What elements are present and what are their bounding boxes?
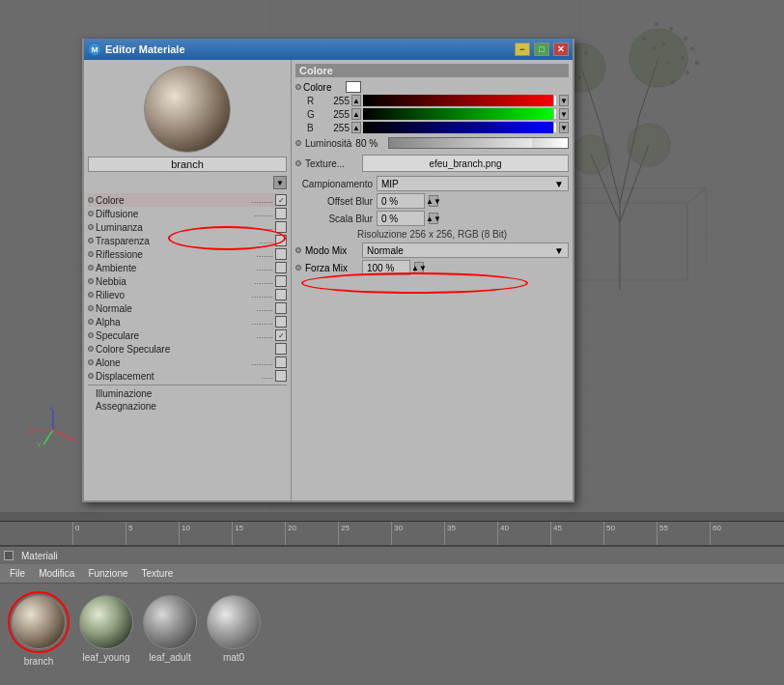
svg-point-20 — [585, 52, 588, 55]
prop-illuminazione[interactable]: Illuminazione — [88, 387, 287, 400]
channel-r-spinup[interactable]: ▲ — [351, 95, 361, 106]
svg-point-29 — [672, 81, 675, 84]
svg-point-16 — [630, 29, 687, 87]
texture-row: Texture... efeu_branch.png — [295, 155, 569, 172]
prop-trasparenza[interactable]: Trasparenza ...... — [88, 234, 287, 247]
channel-r-slider[interactable] — [363, 95, 557, 106]
channel-b-slider[interactable] — [363, 122, 557, 133]
prop-alpha[interactable]: Alpha ......... — [88, 315, 287, 328]
material-name-field[interactable]: branch — [88, 157, 287, 172]
material-preview-ball — [144, 66, 231, 153]
forza-mix-spin[interactable]: ▲▼ — [414, 262, 424, 273]
color-swatch[interactable] — [346, 81, 361, 93]
prop-check-colore[interactable] — [275, 194, 287, 206]
section-header-colore: Colore — [295, 64, 569, 77]
panel-expand-btn[interactable]: ▼ — [273, 176, 287, 189]
svg-point-30 — [691, 47, 694, 50]
material-ball-branch[interactable]: branch — [8, 591, 70, 667]
material-ball-leaf-young[interactable]: leaf_young — [79, 595, 133, 663]
forza-mix-value[interactable]: 100 % — [362, 260, 410, 275]
editor-body: branch ▼ Colore ......... Diffusione ...… — [84, 60, 573, 500]
offset-blur-row: Offset Blur 0 % ▲▼ — [295, 193, 569, 209]
channel-g-spinup[interactable]: ▲ — [351, 108, 361, 120]
channel-g-row: G 255 ▲ ▼ — [295, 108, 569, 120]
ball-preview-leaf-adult — [143, 595, 197, 649]
scala-blur-spin[interactable]: ▲▼ — [429, 213, 438, 224]
scala-blur-value[interactable]: 0 % — [377, 211, 425, 226]
menu-file[interactable]: File — [4, 567, 31, 580]
materiali-label: Materiali — [21, 551, 58, 561]
campionamento-label: Campionamento — [295, 179, 373, 189]
modo-mix-row: Modo Mix Normale ▼ — [295, 243, 569, 258]
channel-b-spindown[interactable]: ▼ — [559, 122, 569, 133]
prop-luminanza[interactable]: Luminanza ....... — [88, 220, 287, 234]
material-ball-leaf-adult[interactable]: leaf_adult — [143, 595, 197, 663]
prop-check-diffusione[interactable] — [275, 208, 287, 219]
panel-buttons: ▼ — [88, 176, 287, 189]
prop-normale[interactable]: Normale ....... — [88, 301, 287, 315]
prop-assegnazione[interactable]: Assegnazione — [88, 400, 287, 413]
prop-colore[interactable]: Colore ......... — [88, 193, 287, 207]
prop-nebbia[interactable]: Nebbia ........ — [88, 274, 287, 288]
offset-blur-spin[interactable]: ▲▼ — [429, 195, 438, 207]
svg-point-24 — [667, 62, 670, 65]
channel-r-spindown[interactable]: ▼ — [559, 95, 569, 106]
svg-point-23 — [653, 47, 656, 50]
prop-diffusione[interactable]: Diffusione ........ — [88, 207, 287, 220]
ball-label-branch: branch — [24, 656, 54, 667]
forza-mix-row: Forza Mix 100 % ▲▼ — [295, 260, 569, 275]
left-panel: branch ▼ Colore ......... Diffusione ...… — [84, 60, 292, 500]
svg-point-18 — [628, 124, 670, 166]
campionamento-dropdown[interactable]: MIP ▼ — [377, 176, 569, 191]
luminosity-label: Luminosità — [305, 138, 351, 149]
prop-speculare[interactable]: Speculare ....... — [88, 328, 287, 342]
channel-b-spinup[interactable]: ▲ — [351, 122, 361, 133]
close-button[interactable]: ✕ — [553, 43, 569, 56]
campionamento-row: Campionamento MIP ▼ — [295, 176, 569, 191]
svg-point-33 — [670, 28, 673, 31]
resolution-text: Risoluzione 256 x 256, RGB (8 Bit) — [295, 229, 569, 240]
materiali-checkbox[interactable] — [4, 551, 14, 560]
texture-label: Texture... — [305, 158, 358, 169]
prop-dot-diffusione — [88, 211, 94, 216]
menu-funzione[interactable]: Funzione — [82, 567, 133, 580]
prop-rilievo[interactable]: Rilievo ......... — [88, 288, 287, 301]
scala-blur-row: Scala Blur 0 % ▲▼ — [295, 211, 569, 226]
colore-header-row: Colore — [295, 81, 569, 93]
channel-g-slider[interactable] — [363, 108, 557, 120]
svg-point-25 — [662, 43, 665, 45]
minimize-button[interactable]: − — [515, 43, 530, 56]
campionamento-value: MIP — [381, 179, 399, 189]
menu-texture[interactable]: Texture — [136, 567, 180, 580]
svg-point-21 — [578, 76, 581, 79]
property-list: Colore ......... Diffusione ........ Lum… — [88, 193, 287, 413]
ball-label-leaf-young: leaf_young — [83, 652, 130, 663]
ball-label-leaf-adult: leaf_adult — [149, 652, 190, 663]
modo-mix-label: Modo Mix — [305, 245, 358, 256]
svg-point-26 — [643, 38, 646, 41]
svg-line-1 — [43, 430, 53, 444]
svg-point-32 — [685, 38, 687, 41]
material-ball-mat0[interactable]: mat0 — [207, 595, 261, 663]
texture-field[interactable]: efeu_branch.png — [362, 155, 569, 172]
channel-g-spindown[interactable]: ▼ — [559, 108, 569, 120]
channel-b-row: B 255 ▲ ▼ — [295, 122, 569, 133]
window-title: Editor Materiale — [105, 43, 511, 55]
modo-mix-dropdown[interactable]: Normale ▼ — [362, 243, 569, 258]
prop-ambiente[interactable]: Ambiente ....... — [88, 261, 287, 274]
prop-alone[interactable]: Alone ......... — [88, 356, 287, 369]
ball-preview-leaf-young — [79, 595, 133, 649]
prop-riflessione[interactable]: Riflessione ....... — [88, 247, 287, 261]
prop-displacement[interactable]: Displacement ..... — [88, 369, 287, 383]
offset-blur-value[interactable]: 0 % — [377, 193, 425, 209]
channel-g-label: G — [307, 109, 319, 120]
prop-colore-speculare[interactable]: Colore Speculare — [88, 342, 287, 356]
svg-point-27 — [682, 57, 685, 60]
ball-preview-mat0 — [207, 595, 261, 649]
maximize-button[interactable]: □ — [534, 43, 549, 56]
colore-label: Colore — [303, 82, 344, 93]
menu-modifica[interactable]: Modifica — [33, 567, 80, 580]
luminosity-row: Luminosità 80 % — [295, 137, 569, 149]
luminosity-slider[interactable] — [388, 137, 569, 149]
svg-text:Z-: Z- — [29, 427, 36, 434]
